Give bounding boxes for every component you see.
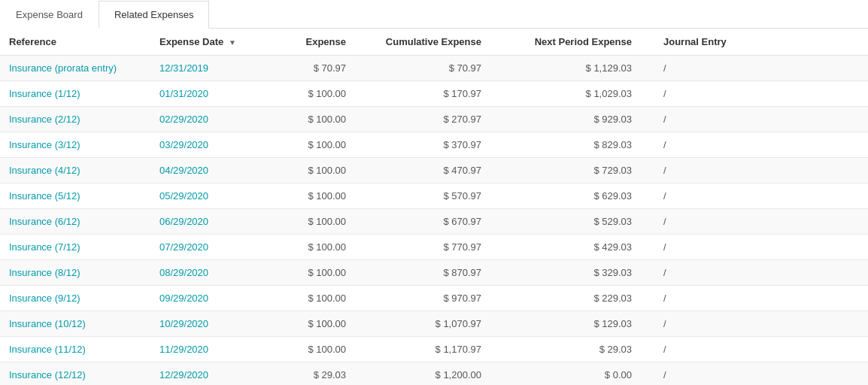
cell-journal[interactable]: / — [654, 209, 868, 235]
expenses-table: Reference Expense Date ▼ Expense Cumulat… — [0, 29, 868, 385]
cell-reference[interactable]: Insurance (11/12) — [0, 337, 150, 362]
cell-journal[interactable]: / — [654, 362, 868, 386]
cell-date[interactable]: 01/31/2020 — [150, 81, 271, 107]
cell-date[interactable]: 10/29/2020 — [150, 311, 271, 337]
table-row: Insurance (9/12)09/29/2020$ 100.00$ 970.… — [0, 286, 868, 311]
sort-arrow-icon: ▼ — [229, 38, 236, 47]
table-body: Insurance (prorata entry)12/31/2019$ 70.… — [0, 56, 868, 386]
tab-bar: Expense Board Related Expenses — [0, 0, 868, 29]
cell-reference[interactable]: Insurance (4/12) — [0, 158, 150, 183]
cell-reference[interactable]: Insurance (8/12) — [0, 260, 150, 286]
cell-date[interactable]: 06/29/2020 — [150, 209, 271, 235]
cell-next-period: $ 929.03 — [504, 107, 654, 132]
cell-expense: $ 100.00 — [271, 235, 369, 260]
cell-reference[interactable]: Insurance (10/12) — [0, 311, 150, 337]
cell-cumulative: $ 670.97 — [369, 209, 504, 235]
col-header-expense: Expense — [271, 29, 369, 56]
cell-expense: $ 70.97 — [271, 56, 369, 81]
cell-journal[interactable]: / — [654, 311, 868, 337]
cell-next-period: $ 0.00 — [504, 362, 654, 386]
cell-journal[interactable]: / — [654, 260, 868, 286]
tab-related-expenses[interactable]: Related Expenses — [99, 1, 210, 29]
cell-expense: $ 100.00 — [271, 311, 369, 337]
cell-next-period: $ 29.03 — [504, 337, 654, 362]
cell-next-period: $ 729.03 — [504, 158, 654, 183]
cell-expense: $ 100.00 — [271, 183, 369, 209]
cell-expense: $ 100.00 — [271, 158, 369, 183]
cell-journal[interactable]: / — [654, 132, 868, 158]
table-row: Insurance (1/12)01/31/2020$ 100.00$ 170.… — [0, 81, 868, 107]
cell-date[interactable]: 03/29/2020 — [150, 132, 271, 158]
table-row: Insurance (6/12)06/29/2020$ 100.00$ 670.… — [0, 209, 868, 235]
cell-date[interactable]: 09/29/2020 — [150, 286, 271, 311]
table-row: Insurance (7/12)07/29/2020$ 100.00$ 770.… — [0, 235, 868, 260]
col-header-date[interactable]: Expense Date ▼ — [150, 29, 271, 56]
cell-reference[interactable]: Insurance (12/12) — [0, 362, 150, 386]
table-row: Insurance (11/12)11/29/2020$ 100.00$ 1,1… — [0, 337, 868, 362]
cell-reference[interactable]: Insurance (1/12) — [0, 81, 150, 107]
col-header-next-period: Next Period Expense — [504, 29, 654, 56]
cell-reference[interactable]: Insurance (7/12) — [0, 235, 150, 260]
cell-next-period: $ 229.03 — [504, 286, 654, 311]
cell-next-period: $ 129.03 — [504, 311, 654, 337]
cell-cumulative: $ 1,200.00 — [369, 362, 504, 386]
cell-next-period: $ 829.03 — [504, 132, 654, 158]
cell-journal[interactable]: / — [654, 81, 868, 107]
table-row: Insurance (4/12)04/29/2020$ 100.00$ 470.… — [0, 158, 868, 183]
table-row: Insurance (8/12)08/29/2020$ 100.00$ 870.… — [0, 260, 868, 286]
cell-date[interactable]: 08/29/2020 — [150, 260, 271, 286]
cell-expense: $ 29.03 — [271, 362, 369, 386]
cell-next-period: $ 329.03 — [504, 260, 654, 286]
cell-next-period: $ 429.03 — [504, 235, 654, 260]
cell-cumulative: $ 870.97 — [369, 260, 504, 286]
cell-reference[interactable]: Insurance (2/12) — [0, 107, 150, 132]
cell-cumulative: $ 270.97 — [369, 107, 504, 132]
table-row: Insurance (10/12)10/29/2020$ 100.00$ 1,0… — [0, 311, 868, 337]
cell-cumulative: $ 370.97 — [369, 132, 504, 158]
cell-date[interactable]: 11/29/2020 — [150, 337, 271, 362]
cell-next-period: $ 629.03 — [504, 183, 654, 209]
table-row: Insurance (12/12)12/29/2020$ 29.03$ 1,20… — [0, 362, 868, 386]
col-header-journal: Journal Entry — [654, 29, 868, 56]
cell-expense: $ 100.00 — [271, 81, 369, 107]
table-row: Insurance (2/12)02/29/2020$ 100.00$ 270.… — [0, 107, 868, 132]
cell-cumulative: $ 970.97 — [369, 286, 504, 311]
table-row: Insurance (3/12)03/29/2020$ 100.00$ 370.… — [0, 132, 868, 158]
cell-expense: $ 100.00 — [271, 260, 369, 286]
cell-date[interactable]: 02/29/2020 — [150, 107, 271, 132]
cell-cumulative: $ 470.97 — [369, 158, 504, 183]
cell-cumulative: $ 770.97 — [369, 235, 504, 260]
cell-date[interactable]: 12/29/2020 — [150, 362, 271, 386]
table-row: Insurance (5/12)05/29/2020$ 100.00$ 570.… — [0, 183, 868, 209]
cell-next-period: $ 529.03 — [504, 209, 654, 235]
cell-reference[interactable]: Insurance (prorata entry) — [0, 56, 150, 81]
cell-journal[interactable]: / — [654, 235, 868, 260]
cell-next-period: $ 1,129.03 — [504, 56, 654, 81]
cell-journal[interactable]: / — [654, 107, 868, 132]
cell-expense: $ 100.00 — [271, 286, 369, 311]
cell-expense: $ 100.00 — [271, 337, 369, 362]
cell-reference[interactable]: Insurance (5/12) — [0, 183, 150, 209]
cell-journal[interactable]: / — [654, 158, 868, 183]
cell-cumulative: $ 570.97 — [369, 183, 504, 209]
cell-date[interactable]: 05/29/2020 — [150, 183, 271, 209]
cell-expense: $ 100.00 — [271, 132, 369, 158]
tabs-container: Expense Board Related Expenses Reference… — [0, 0, 868, 385]
cell-reference[interactable]: Insurance (6/12) — [0, 209, 150, 235]
cell-date[interactable]: 04/29/2020 — [150, 158, 271, 183]
tab-expense-board[interactable]: Expense Board — [0, 1, 99, 29]
cell-journal[interactable]: / — [654, 56, 868, 81]
cell-reference[interactable]: Insurance (9/12) — [0, 286, 150, 311]
cell-reference[interactable]: Insurance (3/12) — [0, 132, 150, 158]
cell-journal[interactable]: / — [654, 286, 868, 311]
cell-next-period: $ 1,029.03 — [504, 81, 654, 107]
col-header-reference: Reference — [0, 29, 150, 56]
cell-expense: $ 100.00 — [271, 209, 369, 235]
cell-date[interactable]: 12/31/2019 — [150, 56, 271, 81]
cell-cumulative: $ 70.97 — [369, 56, 504, 81]
cell-cumulative: $ 1,170.97 — [369, 337, 504, 362]
cell-journal[interactable]: / — [654, 337, 868, 362]
cell-date[interactable]: 07/29/2020 — [150, 235, 271, 260]
cell-journal[interactable]: / — [654, 183, 868, 209]
cell-cumulative: $ 170.97 — [369, 81, 504, 107]
